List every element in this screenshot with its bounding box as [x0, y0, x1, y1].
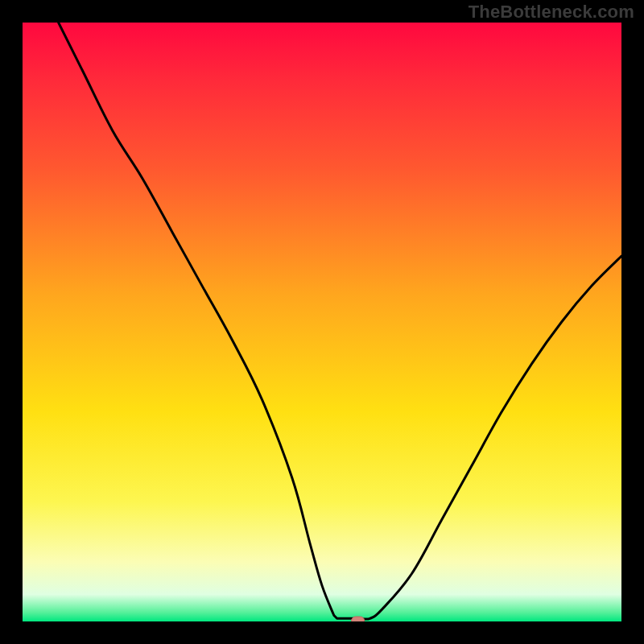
chart-frame: TheBottleneck.com [0, 0, 644, 644]
watermark-text: TheBottleneck.com [469, 2, 634, 23]
bottleneck-plot [23, 23, 621, 621]
minimum-marker [352, 617, 365, 621]
plot-background [23, 23, 621, 621]
